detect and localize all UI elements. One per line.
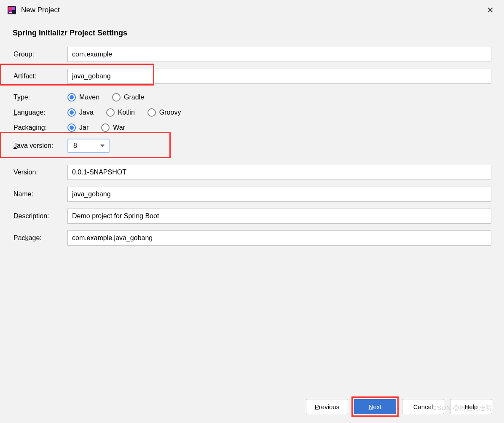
- name-label: Name:: [13, 190, 67, 198]
- radio-java[interactable]: Java: [67, 108, 94, 117]
- cancel-button[interactable]: Cancel: [402, 399, 444, 414]
- svg-rect-2: [12, 7, 15, 10]
- radio-war-label: War: [113, 124, 125, 131]
- package-input[interactable]: [67, 230, 491, 246]
- packaging-label: Packaging:: [13, 124, 67, 131]
- footer: Previous Next Cancel Help: [0, 394, 504, 423]
- radio-jar[interactable]: Jar: [67, 123, 88, 132]
- radio-war[interactable]: War: [101, 123, 125, 132]
- close-icon[interactable]: ✕: [483, 3, 497, 17]
- radio-kotlin-label: Kotlin: [118, 109, 135, 116]
- intellij-icon: [7, 5, 17, 15]
- version-input[interactable]: [67, 165, 491, 180]
- radio-jar-label: Jar: [79, 124, 88, 131]
- radio-groovy[interactable]: Groovy: [147, 108, 181, 117]
- radio-icon: [112, 93, 121, 102]
- artifact-row: Artifact:: [13, 69, 491, 84]
- svg-rect-4: [9, 12, 12, 13]
- previous-button[interactable]: Previous: [306, 399, 348, 414]
- radio-gradle-label: Gradle: [124, 94, 144, 101]
- artifact-label: Artifact:: [13, 72, 67, 80]
- content-area: Spring Initializr Project Settings Group…: [0, 20, 504, 246]
- svg-rect-1: [8, 7, 12, 10]
- java-version-select[interactable]: 8: [67, 139, 110, 153]
- description-row: Description:: [13, 209, 491, 224]
- titlebar: New Project ✕: [0, 0, 504, 20]
- radio-icon: [67, 93, 76, 102]
- version-row: Version:: [13, 165, 491, 180]
- package-label: Package:: [13, 234, 67, 242]
- radio-gradle[interactable]: Gradle: [112, 93, 144, 102]
- group-label: Group:: [13, 51, 67, 58]
- type-label: Type:: [13, 94, 67, 101]
- java-version-value: 8: [73, 142, 77, 150]
- radio-icon: [106, 108, 115, 117]
- group-row: Group:: [13, 47, 491, 62]
- page-heading: Spring Initializr Project Settings: [13, 29, 491, 37]
- version-label: Version:: [13, 169, 67, 176]
- language-row: Language: Java Kotlin Groovy: [13, 108, 491, 117]
- radio-icon: [67, 123, 76, 132]
- java-version-row: Java version: 8: [13, 139, 491, 153]
- description-input[interactable]: [67, 209, 491, 224]
- artifact-input[interactable]: [67, 69, 491, 84]
- packaging-row: Packaging: Jar War: [13, 123, 491, 132]
- radio-icon: [147, 108, 156, 117]
- radio-icon: [101, 123, 110, 132]
- chevron-down-icon: [100, 145, 105, 147]
- help-button[interactable]: Help: [450, 399, 492, 414]
- type-row: Type: Maven Gradle: [13, 93, 491, 102]
- radio-java-label: Java: [79, 109, 94, 116]
- package-row: Package:: [13, 230, 491, 246]
- radio-kotlin[interactable]: Kotlin: [106, 108, 135, 117]
- next-button[interactable]: Next: [354, 399, 396, 414]
- group-input[interactable]: [67, 47, 491, 62]
- java-version-label: Java version:: [13, 142, 67, 150]
- description-label: Description:: [13, 212, 67, 220]
- radio-icon: [67, 108, 76, 117]
- window-title: New Project: [21, 6, 60, 14]
- radio-maven[interactable]: Maven: [67, 93, 99, 102]
- radio-groovy-label: Groovy: [159, 109, 181, 116]
- name-row: Name:: [13, 187, 491, 202]
- language-label: Language:: [13, 109, 67, 116]
- radio-maven-label: Maven: [79, 94, 99, 101]
- name-input[interactable]: [67, 187, 491, 202]
